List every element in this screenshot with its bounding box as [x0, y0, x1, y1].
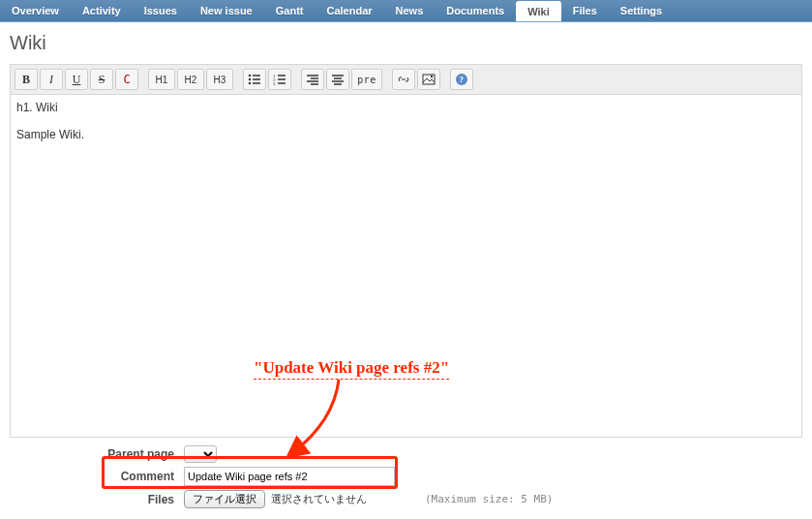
- file-size-hint: (Maximum size: 5 MB): [425, 493, 553, 505]
- tab-settings[interactable]: Settings: [609, 0, 674, 21]
- toolbar-group: BIUSC: [15, 69, 138, 90]
- toolbar-group: pre: [301, 69, 382, 90]
- ol-icon: 123: [273, 73, 286, 86]
- image-icon: [422, 73, 436, 86]
- svg-rect-20: [423, 75, 435, 84]
- align-right-icon: [306, 73, 319, 86]
- toolbar-group: ?: [450, 69, 473, 90]
- file-choose-button[interactable]: ファイル選択: [184, 490, 265, 508]
- heading2-button[interactable]: H2: [177, 69, 204, 90]
- toolbar-group: [392, 69, 440, 90]
- bold-button[interactable]: B: [15, 69, 38, 90]
- link-button[interactable]: [392, 69, 415, 90]
- editor-toolbar: BIUSCH1H2H3123pre?: [11, 65, 801, 95]
- svg-point-0: [249, 75, 251, 76]
- svg-point-2: [249, 78, 251, 80]
- image-button[interactable]: [417, 69, 440, 90]
- toolbar-group: H1H2H3: [148, 69, 233, 90]
- ordered-list-button[interactable]: 123: [268, 69, 291, 90]
- toolbar-group: 123: [243, 69, 291, 90]
- comment-label: Comment: [10, 470, 184, 483]
- svg-point-21: [431, 76, 433, 77]
- comment-input[interactable]: [184, 467, 395, 486]
- heading1-button[interactable]: H1: [148, 69, 175, 90]
- wiki-editor: BIUSCH1H2H3123pre?: [10, 64, 802, 438]
- preformatted-button[interactable]: pre: [351, 69, 382, 90]
- tab-documents[interactable]: Documents: [435, 0, 516, 21]
- tab-files[interactable]: Files: [561, 0, 609, 21]
- inline-code-button[interactable]: C: [115, 69, 138, 90]
- tab-issues[interactable]: Issues: [133, 0, 189, 21]
- wiki-content-textarea[interactable]: [11, 95, 801, 434]
- svg-point-4: [249, 82, 251, 84]
- svg-text:?: ?: [460, 75, 465, 84]
- files-label: Files: [10, 493, 184, 506]
- tab-gantt[interactable]: Gantt: [264, 0, 316, 21]
- link-icon: [397, 73, 410, 86]
- underline-button[interactable]: U: [65, 69, 88, 90]
- svg-text:3: 3: [273, 81, 276, 86]
- file-status-text: 選択されていません: [271, 492, 367, 506]
- tab-activity[interactable]: Activity: [71, 0, 133, 21]
- italic-button[interactable]: I: [40, 69, 63, 90]
- help-icon: ?: [455, 73, 468, 86]
- tab-wiki[interactable]: Wiki: [516, 1, 561, 21]
- tab-news[interactable]: News: [384, 0, 436, 21]
- parent-page-select[interactable]: [184, 445, 217, 463]
- parent-page-label: Parent page: [10, 447, 184, 461]
- project-tabs: OverviewActivityIssuesNew issueGanttCale…: [0, 0, 812, 22]
- help-button[interactable]: ?: [450, 69, 473, 90]
- align-center-icon: [331, 73, 345, 86]
- unordered-list-button[interactable]: [243, 69, 266, 90]
- page-title: Wiki: [10, 32, 802, 54]
- ul-icon: [248, 73, 261, 86]
- tab-calendar[interactable]: Calendar: [315, 0, 383, 21]
- align-center-button[interactable]: [326, 69, 349, 90]
- align-right-button[interactable]: [301, 69, 324, 90]
- strike-button[interactable]: S: [90, 69, 113, 90]
- tab-overview[interactable]: Overview: [0, 0, 71, 21]
- heading3-button[interactable]: H3: [206, 69, 233, 90]
- tab-new-issue[interactable]: New issue: [189, 0, 264, 21]
